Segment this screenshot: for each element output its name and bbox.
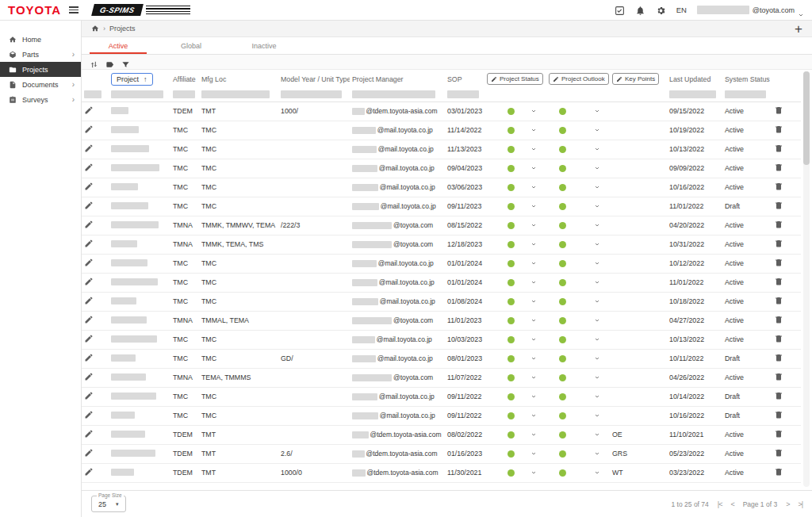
column-filter-input[interactable] [447, 90, 479, 98]
edit-row-button[interactable] [84, 124, 94, 134]
chevron-down-icon[interactable] [530, 431, 537, 438]
chevron-down-icon[interactable] [594, 279, 600, 285]
scrollbar-thumb[interactable] [803, 71, 810, 165]
project-column-sort-button[interactable]: Project ↑ [111, 73, 153, 86]
delete-row-button[interactable] [774, 334, 783, 343]
chevron-down-icon[interactable] [594, 222, 600, 228]
delete-row-button[interactable] [774, 163, 783, 172]
chevron-down-icon[interactable] [530, 393, 537, 400]
edit-row-button[interactable] [84, 258, 94, 267]
delete-row-button[interactable] [774, 372, 783, 381]
column-filter-input[interactable] [352, 90, 435, 98]
tab-inactive[interactable]: Inactive [228, 37, 301, 54]
chevron-down-icon[interactable] [530, 317, 537, 324]
column-filter-input[interactable] [669, 90, 716, 98]
previous-page-button[interactable]: < [730, 500, 733, 508]
delete-row-button[interactable] [774, 144, 783, 153]
chevron-down-icon[interactable] [594, 412, 600, 419]
chevron-down-icon[interactable] [530, 108, 537, 114]
edit-row-button[interactable] [84, 239, 94, 248]
menu-toggle-icon[interactable] [69, 6, 79, 13]
chevron-down-icon[interactable] [530, 374, 537, 381]
approvals-icon[interactable] [615, 5, 625, 15]
edit-row-button[interactable] [84, 429, 94, 438]
chevron-down-icon[interactable] [594, 203, 600, 209]
project-status-column-header[interactable]: Project Status [487, 73, 543, 85]
delete-row-button[interactable] [774, 124, 783, 134]
edit-row-button[interactable] [84, 410, 94, 419]
chevron-down-icon[interactable] [530, 127, 537, 133]
chevron-down-icon[interactable] [530, 222, 537, 228]
edit-row-button[interactable] [84, 353, 94, 362]
chevron-down-icon[interactable] [530, 260, 537, 266]
chevron-down-icon[interactable] [594, 165, 600, 171]
chevron-down-icon[interactable] [594, 184, 600, 190]
tab-active[interactable]: Active [82, 37, 155, 54]
chevron-down-icon[interactable] [594, 450, 600, 457]
chevron-down-icon[interactable] [594, 241, 600, 247]
delete-row-button[interactable] [774, 239, 783, 248]
delete-row-button[interactable] [774, 429, 783, 438]
last-page-button[interactable]: >| [798, 500, 802, 508]
edit-row-button[interactable] [84, 144, 94, 153]
edit-row-button[interactable] [84, 448, 94, 458]
chevron-down-icon[interactable] [530, 165, 537, 171]
edit-row-button[interactable] [84, 201, 94, 210]
sidebar-item-documents[interactable]: Documents › [0, 77, 81, 92]
chevron-down-icon[interactable] [530, 298, 537, 304]
delete-row-button[interactable] [774, 448, 783, 458]
page-size-select[interactable]: Page Size 25 ▾ [91, 496, 126, 512]
user-menu[interactable]: @toyota.com [697, 6, 804, 14]
chevron-down-icon[interactable] [530, 450, 537, 457]
sidebar-item-parts[interactable]: Parts › [0, 47, 81, 62]
home-icon[interactable] [91, 25, 99, 33]
column-filter-input[interactable] [201, 90, 270, 98]
chevron-down-icon[interactable] [530, 203, 537, 209]
project-outlook-column-header[interactable]: Project Outlook [549, 73, 609, 85]
edit-row-button[interactable] [84, 467, 94, 477]
next-page-button[interactable]: > [786, 500, 789, 508]
delete-row-button[interactable] [774, 315, 783, 324]
chevron-down-icon[interactable] [530, 355, 537, 362]
chevron-down-icon[interactable] [530, 184, 537, 190]
filter-icon[interactable] [121, 58, 130, 67]
column-filter-input[interactable] [111, 90, 163, 98]
label-icon[interactable] [105, 58, 114, 67]
column-filter-input[interactable] [725, 90, 766, 98]
chevron-down-icon[interactable] [530, 279, 537, 285]
add-project-button[interactable]: + [795, 22, 802, 36]
settings-icon[interactable] [656, 5, 666, 15]
delete-row-button[interactable] [774, 391, 783, 400]
edit-row-button[interactable] [84, 220, 94, 229]
delete-row-button[interactable] [774, 220, 783, 229]
edit-row-button[interactable] [84, 296, 94, 305]
edit-row-button[interactable] [84, 391, 94, 400]
language-selector[interactable]: EN [676, 6, 687, 14]
edit-row-button[interactable] [84, 163, 94, 172]
delete-row-button[interactable] [774, 277, 783, 286]
delete-row-button[interactable] [774, 296, 783, 305]
delete-row-button[interactable] [774, 353, 783, 362]
edit-row-button[interactable] [84, 315, 94, 324]
delete-row-button[interactable] [774, 258, 783, 267]
chevron-down-icon[interactable] [594, 146, 600, 152]
chevron-down-icon[interactable] [594, 336, 600, 343]
chevron-down-icon[interactable] [594, 317, 600, 324]
tab-global[interactable]: Global [155, 37, 228, 54]
delete-row-button[interactable] [774, 105, 783, 115]
sidebar-item-projects[interactable]: Projects [0, 62, 81, 77]
vertical-scrollbar[interactable] [803, 71, 810, 487]
chevron-down-icon[interactable] [594, 374, 600, 381]
chevron-down-icon[interactable] [530, 146, 537, 152]
chevron-down-icon[interactable] [594, 355, 600, 362]
first-page-button[interactable]: |< [718, 500, 722, 508]
delete-row-button[interactable] [774, 467, 783, 477]
sidebar-item-surveys[interactable]: Surveys › [0, 92, 81, 107]
delete-row-button[interactable] [774, 182, 783, 191]
chevron-down-icon[interactable] [530, 412, 537, 419]
delete-row-button[interactable] [774, 201, 783, 210]
edit-row-button[interactable] [84, 277, 94, 286]
chevron-down-icon[interactable] [530, 241, 537, 247]
chevron-down-icon[interactable] [594, 431, 600, 438]
chevron-down-icon[interactable] [594, 469, 600, 476]
